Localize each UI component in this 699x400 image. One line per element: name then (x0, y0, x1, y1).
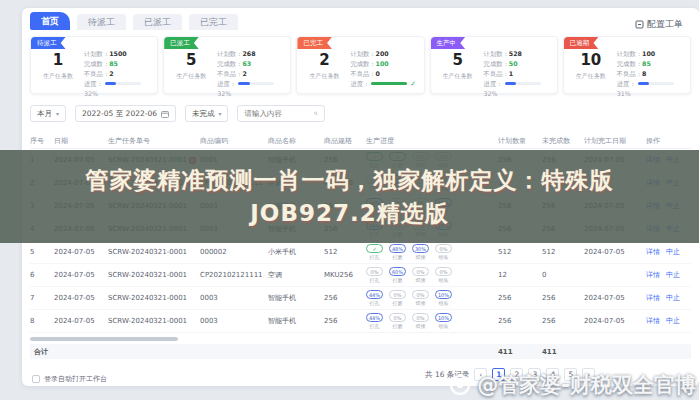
stat-card-count: 2 (298, 51, 350, 69)
detail-link[interactable]: 详情 (646, 248, 660, 256)
stat-card-badge: 已派工 (164, 37, 199, 49)
progress-step-label: 组装 (435, 277, 452, 283)
total-unfinished-qty: 411 (542, 348, 584, 356)
tab-2[interactable]: 已派工 (133, 14, 182, 30)
stat-line: 完成数：50 (484, 59, 554, 69)
chevron-down-icon: ▾ (218, 110, 221, 117)
progress-step: ✓打孔 (366, 244, 383, 260)
horizontal-scrollbar-thumb[interactable] (30, 337, 178, 341)
auto-open-checkbox[interactable] (32, 375, 40, 383)
progress-step-label: 焊接 (412, 323, 429, 329)
column-header: 商品规格 (324, 136, 366, 146)
cell-plan-qty: 256 (498, 294, 542, 302)
stat-card: 已逾期10生产任务数计划数：100完成数：85不良品：8进度：31% (563, 36, 691, 94)
column-header: 计划数量 (498, 136, 542, 146)
abort-link[interactable]: 中止 (666, 294, 680, 302)
cell-product-code: CP202102121111 (200, 271, 268, 279)
stat-line-label: 不良品： (217, 70, 242, 77)
progress-step: 0%打磨 (389, 313, 406, 329)
progress-step: 44%打孔 (366, 313, 383, 329)
stat-card: 待派工1生产任务数计划数：1500完成数：85不良品：2进度：32% (30, 36, 158, 94)
progress-bar (371, 82, 407, 85)
detail-link[interactable]: 详情 (646, 271, 660, 279)
progress-step: 0%焊接 (412, 290, 429, 306)
cell-order-no: SCRW-20240321-0001 (108, 271, 200, 279)
stat-card-count-block: 10生产任务数 (565, 51, 617, 90)
search-icon[interactable] (314, 109, 318, 118)
column-header: 计划完工日期 (584, 136, 646, 146)
column-header: 操作 (646, 136, 692, 146)
stat-card: 生产中5生产任务数计划数：528完成数：50不良品：1进度：32% (430, 36, 558, 94)
cell-date: 2024-07-05 (54, 271, 108, 279)
detail-link[interactable]: 详情 (646, 317, 660, 325)
watermark: @管家婆-财税双全官博 (448, 371, 696, 399)
cell-product-spec: 256 (324, 294, 366, 302)
abort-link[interactable]: 中止 (666, 317, 680, 325)
cell-plan-qty: 256 (498, 317, 542, 325)
stat-line: 完成数：85 (617, 59, 687, 69)
cell-date: 2024-07-05 (54, 294, 108, 302)
cell-actions: 详情中止 (646, 316, 692, 326)
tab-0[interactable]: 首页 (30, 12, 70, 30)
progress-step-badge: 10% (435, 313, 452, 322)
cell-unfinished-qty: 256 (542, 294, 584, 302)
total-label: 合计 (30, 347, 498, 357)
progress-step-badge: 0% (412, 267, 429, 276)
progress-step-badge: 0% (412, 290, 429, 299)
progress-step-badge: 30% (412, 244, 429, 253)
stat-line: 不良品：1 (484, 69, 554, 79)
stat-line-value: 63 (242, 60, 251, 67)
promo-overlay-text: 管家婆精准预测一肖一码，独家解析定义：特殊版JOB927.2精选版 (45, 164, 655, 229)
cell-progress: 0%打孔60%打磨0%焊接0%组装 (366, 267, 498, 283)
progress-percent: 32% (484, 90, 498, 97)
stat-line-label: 计划数： (617, 50, 642, 57)
stat-card-details: 计划数：268完成数：63不良品：2进度：32% (217, 49, 287, 90)
progress-step: 0%焊接 (412, 313, 429, 329)
progress-step-badge: 0% (412, 313, 429, 322)
stat-card-count-label: 生产任务数 (298, 72, 350, 81)
date-range-picker[interactable]: 2022-05 至 2022-06 (75, 105, 176, 122)
cell-due-date: 2024-07-05 (584, 248, 646, 256)
cell-order-no: SCRW-20240321-0001 (108, 248, 200, 256)
tab-1[interactable]: 待派工 (77, 14, 126, 30)
stat-card-badge: 待派工 (31, 37, 66, 49)
progress-step-badge: 44% (366, 313, 383, 322)
cell-product-code: 0003 (200, 294, 268, 302)
table-header: 序号日期生产任务单号商品编码商品名称商品规格生产进度计划数量未完成数计划完工日期… (30, 134, 691, 149)
stat-line-label: 不良品： (84, 70, 109, 77)
total-plan-qty: 411 (498, 348, 542, 356)
stat-line-value: 2 (109, 70, 113, 77)
status-select[interactable]: 未完成 ▾ (185, 105, 229, 122)
progress-step-label: 打磨 (389, 277, 406, 283)
progress-step: 0%打孔 (366, 267, 383, 283)
progress-step-badge: 60% (389, 267, 406, 276)
stat-line-value: 100 (642, 50, 655, 57)
progress-step-badge: 0% (389, 313, 406, 322)
detail-link[interactable]: 详情 (646, 294, 660, 302)
progress-step-badge: 0% (366, 267, 383, 276)
cell-no: 6 (30, 271, 54, 279)
column-header: 日期 (54, 136, 108, 146)
table-total-row: 合计411411 (30, 344, 691, 359)
column-header: 未完成数 (542, 136, 584, 146)
progress-step: 30%焊接 (412, 244, 429, 260)
calendar-icon (161, 110, 169, 118)
progress-bar (105, 82, 141, 85)
cell-no: 7 (30, 294, 54, 302)
abort-link[interactable]: 中止 (666, 248, 680, 256)
stat-card: 已派工5生产任务数计划数：268完成数：63不良品：2进度：32% (163, 36, 291, 94)
progress-step-label: 组装 (435, 323, 452, 329)
watermark-text: @管家婆-财税双全官博 (477, 371, 696, 399)
column-header: 序号 (30, 136, 54, 146)
progress-step: 60%打磨 (389, 267, 406, 283)
search-input[interactable] (244, 109, 310, 118)
abort-link[interactable]: 中止 (666, 271, 680, 279)
period-select[interactable]: 本月 ▾ (30, 105, 66, 122)
cell-product-name: 智能手机 (268, 293, 324, 303)
cell-progress: ✓打孔48%打磨30%焊接0%组装 (366, 244, 498, 260)
progress-bar (505, 82, 541, 85)
config-order-button[interactable]: 配置工单 (635, 18, 683, 31)
cell-product-spec: MKU256 (324, 271, 366, 279)
tab-3[interactable]: 已完工 (189, 14, 238, 30)
table-row: 82024-07-05SCRW-20240321-00010003智能手机256… (30, 310, 691, 333)
